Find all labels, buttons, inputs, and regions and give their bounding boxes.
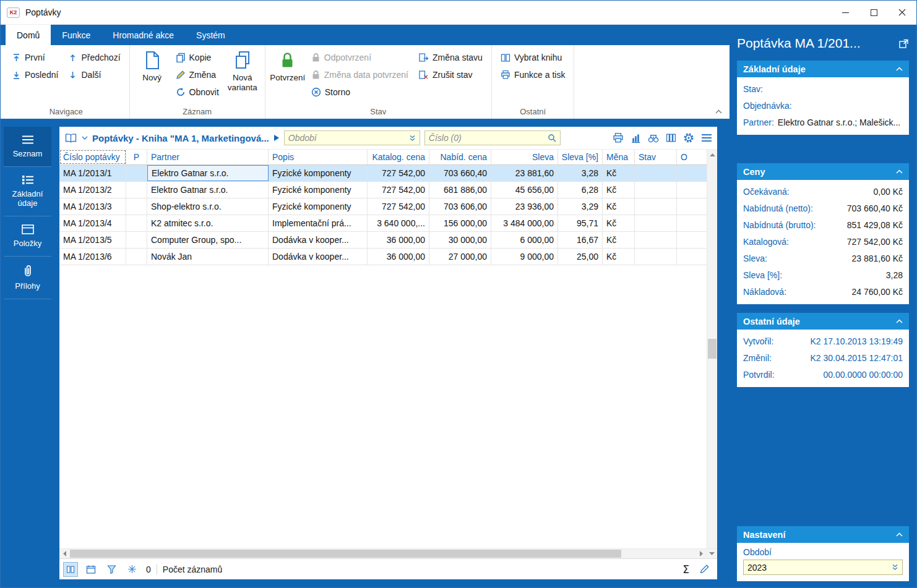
section-header[interactable]: Základní údaje [737,61,909,77]
vertical-scroll-thumb[interactable] [708,339,717,359]
last-button[interactable]: Poslední [7,66,63,83]
period-select-input[interactable] [747,563,889,573]
select-book-label: Vybrat knihu [514,53,562,62]
table-row[interactable]: MA 1/2013/6 Novák Jan Dodávka v kooper..… [59,249,707,265]
close-button[interactable] [888,1,916,24]
change-button[interactable]: Změna [171,66,224,83]
change-confirm-date-button[interactable]: Změna data potvrzení [306,66,413,83]
freeze-toggle[interactable] [124,562,139,577]
book-title[interactable]: Poptávky - Kniha "MA 1, Marketingová... [92,133,269,143]
scroll-left-icon[interactable] [59,551,70,556]
chart-icon[interactable] [631,133,641,143]
play-icon[interactable] [273,134,280,142]
chevron-up-icon [896,169,903,174]
new-variant-button[interactable]: Nová varianta [224,46,261,92]
refresh-button[interactable]: Obnovit [171,83,224,101]
cancel-label: Storno [325,87,350,97]
vertical-scrollbar[interactable] [707,150,717,548]
period-filter-input[interactable] [288,133,407,143]
group-label-stav: Stav [269,104,488,119]
double-chevron-icon[interactable] [409,135,416,142]
col-header-stav[interactable]: Stav [635,150,677,164]
col-header-katalog-cena[interactable]: Katalog. cena [368,150,429,164]
col-header-sleva-pct[interactable]: Sleva [%] [558,150,603,164]
new-button[interactable]: Nový [134,46,171,83]
printer-icon [501,70,510,80]
col-header-p[interactable]: P [126,150,147,164]
sum-button[interactable]: Σ [682,563,689,576]
field-label: Nákladová: [743,287,786,297]
tab-funkce[interactable]: Funkce [51,25,101,45]
change-label: Změna [189,70,217,80]
tab-hromadne-akce[interactable]: Hromadné akce [101,25,185,45]
section-header[interactable]: Ostatní údaje [737,313,909,330]
settings-gear-icon[interactable] [683,132,694,143]
grid-area: Číslo poptávky P Partner Popis Katalog. … [59,150,717,548]
maximize-button[interactable] [859,1,888,24]
horizontal-scrollbar[interactable] [59,549,707,558]
vertical-scroll-track[interactable] [707,160,717,548]
section-header[interactable]: Nastavení [737,526,909,543]
clear-state-button[interactable]: Zrušit stav [413,66,488,83]
tab-system[interactable]: Systém [185,25,236,45]
chevron-down-icon[interactable] [82,136,88,140]
cancel-button[interactable]: Storno [306,83,413,101]
status-bar: 0 Počet záznamů Σ [59,558,717,579]
first-button[interactable]: První [7,49,63,66]
table-row[interactable]: MA 1/2013/5 Computer Group, spo... Dodáv… [59,232,707,249]
scroll-right-icon[interactable] [696,551,707,556]
cell-o [677,182,707,198]
table-row[interactable]: MA 1/2013/3 Shop-elektro s.r.o. Fyzické … [59,198,707,215]
new-variant-icon [235,49,251,70]
col-header-partner[interactable]: Partner [147,150,269,164]
columns-view-toggle[interactable] [63,562,78,577]
table-row[interactable]: MA 1/2013/1 Elektro Gatnar s.r.o. Fyzick… [59,165,707,182]
open-in-window-icon[interactable] [898,38,909,49]
next-button[interactable]: Další [63,66,125,83]
functions-print-button[interactable]: Funkce a tisk [496,66,570,83]
copy-button[interactable]: Kopie [171,49,224,66]
gray-lock-icon [311,70,321,80]
col-header-popis[interactable]: Popis [269,150,368,164]
horizontal-scroll-thumb[interactable] [70,550,621,558]
double-chevron-icon[interactable] [892,564,898,571]
cell-o [677,249,707,265]
tab-domu[interactable]: Domů [6,25,51,45]
filter-toggle[interactable] [104,562,119,577]
minimize-button[interactable] [831,1,859,24]
calendar-toggle[interactable] [84,562,98,577]
confirm-button[interactable]: Potvrzení [269,46,306,83]
collapse-ribbon-button[interactable] [715,109,722,114]
unconfirm-button[interactable]: Odpotvrzení [306,49,413,66]
cell-p [126,232,147,248]
table-row[interactable]: MA 1/2013/2 Elektro Gatnar s.r.o. Fyzick… [59,182,707,198]
col-header-o[interactable]: O [677,150,707,164]
menu-icon[interactable] [701,134,712,142]
col-header-nabid-cena[interactable]: Nabíd. cena [429,150,491,164]
doc-x-icon [418,70,429,80]
number-filter-input[interactable] [429,133,545,143]
col-header-cislo-poptavky[interactable]: Číslo poptávky [59,150,126,164]
sidebar-item-seznam[interactable]: Seznam [4,127,51,167]
binoculars-icon[interactable] [648,133,659,143]
change-state-button[interactable]: Změna stavu [413,49,488,66]
scroll-down-icon[interactable] [707,549,717,558]
sidebar-item-zakladni-udaje[interactable]: Základní údaje [4,167,51,216]
horizontal-scroll-track[interactable] [70,549,696,558]
sidebar-item-polozky[interactable]: Položky [4,216,51,257]
previous-button[interactable]: Předchozí [63,49,125,66]
col-header-sleva[interactable]: Sleva [491,150,558,164]
table-row[interactable]: MA 1/2013/4 K2 atmitec s.r.o. Implementa… [59,215,707,232]
select-book-button[interactable]: Vybrat knihu [496,49,570,66]
scroll-up-icon[interactable] [707,150,717,160]
next-label: Další [81,70,101,80]
cell-mena: Kč [603,249,635,265]
section-header[interactable]: Ceny [737,163,909,180]
sidebar-item-prilohy[interactable]: Přílohy [4,257,51,299]
search-icon[interactable] [548,134,556,142]
columns-icon[interactable] [666,133,676,143]
col-header-mena[interactable]: Měna [603,150,635,164]
open-book-icon[interactable] [64,133,77,143]
print-icon[interactable] [613,132,624,143]
edit-pencil-icon[interactable] [699,564,710,574]
